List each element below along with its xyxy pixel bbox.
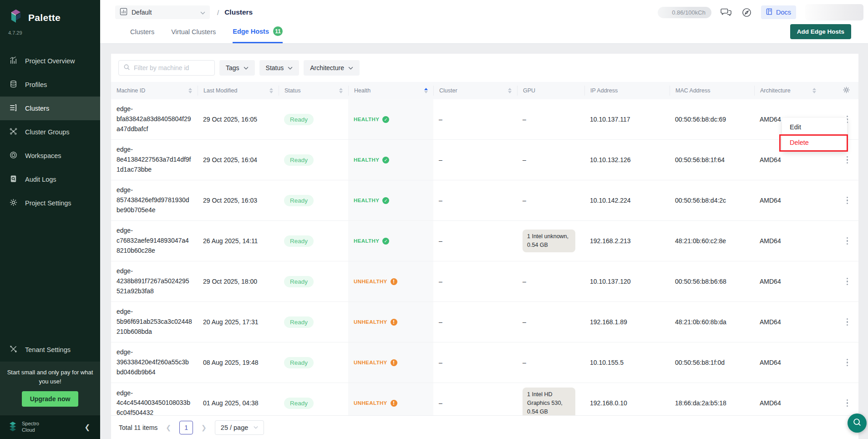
last-modified-cell: 08 Aug 2025, 19:48: [198, 342, 279, 383]
architecture-cell: AMD64: [754, 383, 822, 415]
context-menu-delete[interactable]: Delete: [782, 135, 847, 150]
table-row[interactable]: edge-c76832aefe914893047a48210b60c28e26 …: [111, 221, 858, 261]
architecture-filter-dropdown[interactable]: Architecture: [304, 60, 360, 76]
total-items-label: Total 11 items: [119, 424, 157, 431]
chat-search-icon: [852, 417, 862, 429]
sort-icon[interactable]: [269, 88, 273, 94]
sidebar-item-project-settings[interactable]: Project Settings: [0, 191, 100, 215]
kebab-menu-icon[interactable]: [844, 276, 851, 288]
sidebar-item-tenant-settings[interactable]: Tenant Settings: [0, 338, 100, 362]
sort-icon[interactable]: [812, 88, 816, 94]
sort-icon[interactable]: [508, 88, 512, 94]
project-selector[interactable]: Default: [115, 5, 210, 19]
add-edge-hosts-button[interactable]: Add Edge Hosts: [790, 24, 851, 39]
sidebar-item-label: Audit Logs: [25, 176, 56, 183]
sidebar-item-audit-logs[interactable]: Audit Logs: [0, 168, 100, 191]
table-row[interactable]: edge-bfa83842a83d8405804f29a47ddbafcf29 …: [111, 99, 858, 140]
table-row[interactable]: edge-4238b891f7267a5024295521a92b3fa829 …: [111, 261, 858, 302]
usage-badge: 0.86/100kCh: [658, 7, 711, 18]
kebab-menu-icon[interactable]: [844, 316, 851, 328]
column-header-last-modified[interactable]: Last Modified: [198, 86, 279, 96]
layers-icon: [9, 80, 18, 90]
docs-button[interactable]: Docs: [761, 5, 796, 19]
app-root: Palette 4.7.29 Project Overview Profiles: [0, 0, 868, 439]
user-menu[interactable]: [805, 4, 863, 20]
table-row[interactable]: edge-8e41384227563a7d14df9f1d1ac73bbe29 …: [111, 140, 858, 180]
support-chat-launcher[interactable]: [848, 413, 867, 433]
column-header-ip-address: IP Address: [584, 86, 670, 96]
top-bar: Default / Clusters 0.86/100kCh: [100, 0, 868, 44]
sidebar-item-label: Clusters: [25, 105, 49, 112]
sort-icon[interactable]: [188, 88, 192, 94]
status-filter-dropdown[interactable]: Status: [259, 60, 299, 76]
kebab-menu-icon[interactable]: [844, 235, 851, 247]
kebab-menu-icon[interactable]: [844, 357, 851, 369]
sidebar-collapse-button[interactable]: ❮: [81, 422, 93, 432]
tab-virtual-clusters[interactable]: Virtual Clusters: [171, 26, 216, 43]
search-input[interactable]: [134, 64, 216, 71]
column-header-cluster[interactable]: Cluster: [433, 86, 517, 96]
table-row[interactable]: edge-857438426ef9d9781930dbe90b705e4e29 …: [111, 180, 858, 221]
sort-icon[interactable]: [424, 88, 428, 94]
kebab-menu-icon[interactable]: [844, 194, 851, 207]
table-row[interactable]: edge-4c4c4544003450108033b6c04f50443201 …: [111, 383, 858, 415]
edge-hosts-card: Tags Status Architecture Machine IDLast …: [111, 54, 858, 439]
column-label: Health: [354, 87, 371, 94]
breadcrumb-separator: /: [217, 9, 219, 16]
sidebar-item-workspaces[interactable]: Workspaces: [0, 144, 100, 168]
row-actions-cell: [822, 302, 858, 342]
compass-icon[interactable]: [741, 7, 752, 18]
sidebar-item-profiles[interactable]: Profiles: [0, 73, 100, 97]
chat-icon[interactable]: [721, 7, 732, 17]
book-icon: [766, 8, 773, 17]
column-header-status[interactable]: Status: [279, 86, 348, 96]
filter-label: Status: [266, 64, 284, 71]
column-header-machine-id[interactable]: Machine ID: [111, 86, 198, 96]
sidebar-item-label: Project Overview: [25, 57, 75, 65]
table-row[interactable]: edge-396338420e4f260a55c3bbd046db9b6408 …: [111, 342, 858, 383]
kebab-menu-icon[interactable]: [844, 154, 851, 166]
kebab-menu-icon[interactable]: [844, 397, 851, 409]
page-size-select[interactable]: 25 / page: [215, 420, 264, 435]
tab-label: Virtual Clusters: [171, 28, 216, 36]
context-menu-edit[interactable]: Edit: [782, 119, 847, 135]
cluster-cell: –: [433, 383, 517, 415]
column-header-gpu: GPU: [517, 86, 584, 96]
machine-id-cell: edge-396338420e4f260a55c3bbd046db9b64: [111, 342, 198, 383]
cluster-cell: –: [433, 261, 517, 301]
sort-icon[interactable]: [339, 88, 343, 94]
sidebar-item-project-overview[interactable]: Project Overview: [0, 49, 100, 73]
health-label: HEALTHY: [354, 157, 379, 163]
health-cell: HEALTHY✓: [348, 140, 433, 180]
status-cell: Ready: [279, 180, 348, 220]
upgrade-now-button[interactable]: Upgrade now: [22, 391, 79, 407]
table-row[interactable]: edge-5b96f691ab253ca3c02448210b608bda20 …: [111, 302, 858, 342]
column-header-health[interactable]: Health: [348, 86, 433, 96]
status-badge: Ready: [284, 114, 314, 125]
sidebar-item-label: Tenant Settings: [25, 346, 71, 353]
status-badge: Ready: [284, 357, 314, 368]
mac-address-cell: 00:50:56:b8:1f:0d: [670, 342, 754, 383]
current-page-button[interactable]: 1: [179, 421, 193, 434]
health-badge: HEALTHY✓: [354, 238, 389, 245]
gpu-cell: –: [517, 99, 584, 139]
ip-address-cell: 10.10.142.224: [584, 180, 670, 220]
cluster-cell: –: [433, 180, 517, 220]
health-badge: HEALTHY✓: [354, 157, 389, 163]
sidebar-item-cluster-groups[interactable]: Cluster Groups: [0, 120, 100, 144]
tab-clusters[interactable]: Clusters: [130, 26, 154, 43]
tags-filter-dropdown[interactable]: Tags: [219, 60, 255, 76]
column-header-architecture[interactable]: Architecture: [754, 86, 822, 96]
tab-edge-hosts[interactable]: Edge Hosts 11: [233, 26, 283, 43]
page-content: Tags Status Architecture Machine IDLast …: [100, 44, 868, 439]
next-page-button[interactable]: ❯: [200, 424, 208, 431]
column-header-mac-address: MAC Address: [670, 86, 754, 96]
gpu-cell: –: [517, 302, 584, 342]
warning-icon: !: [391, 359, 397, 366]
machine-id-search[interactable]: [118, 60, 215, 76]
health-badge: UNHEALTHY!: [354, 400, 397, 407]
column-settings-gear-icon[interactable]: [843, 86, 850, 95]
sidebar-item-clusters[interactable]: Clusters: [0, 97, 100, 120]
prev-page-button[interactable]: ❮: [164, 424, 173, 431]
row-actions-cell: [822, 221, 858, 261]
